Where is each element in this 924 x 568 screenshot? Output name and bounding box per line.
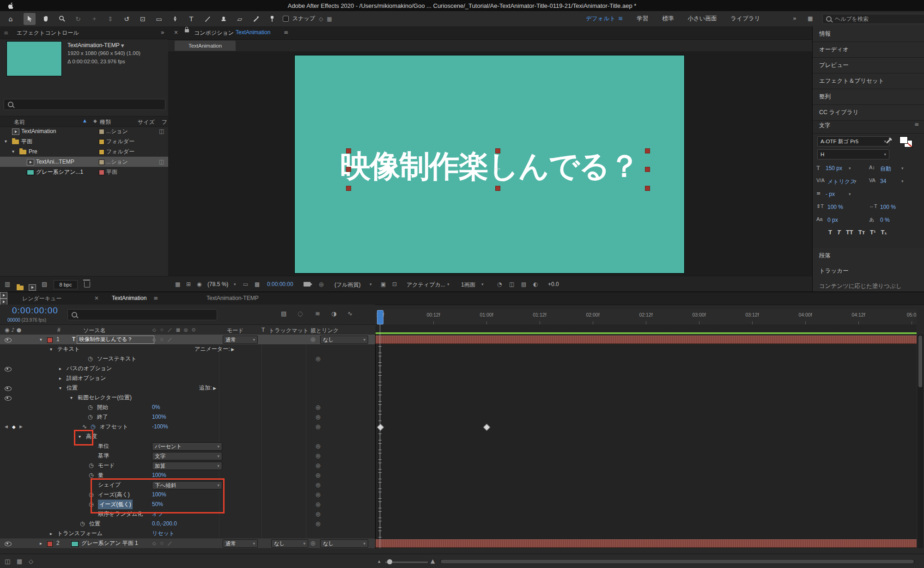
project-item-row[interactable]: ▾Preフォルダー: [0, 147, 168, 157]
interpret-footage-icon[interactable]: ▥: [5, 281, 10, 287]
timeline-track-row[interactable]: [376, 403, 917, 412]
column-number[interactable]: #: [57, 327, 61, 333]
property-pickwhip-icon[interactable]: ◎: [316, 470, 320, 480]
timeline-vertical-scrollbar[interactable]: [918, 335, 923, 548]
property-label[interactable]: トランスフォーム: [57, 529, 103, 538]
reset-link[interactable]: リセット: [152, 529, 175, 538]
tracking-caret-icon[interactable]: ▾: [901, 179, 904, 183]
timeline-track-row[interactable]: [376, 412, 917, 422]
selection-handle[interactable]: [346, 186, 351, 191]
project-item-row[interactable]: ▾平面フォルダー: [0, 136, 168, 147]
vertical-scale-value[interactable]: 100 %: [827, 204, 843, 210]
parent-pickwhip-icon[interactable]: ◎: [310, 538, 315, 548]
twirl-closed-icon[interactable]: ▸: [40, 538, 42, 548]
resolution-caret-icon[interactable]: ▾: [370, 282, 372, 287]
workspace-overflow-icon[interactable]: »: [793, 15, 796, 22]
property-label[interactable]: 基準: [98, 451, 109, 461]
visibility-eye-icon[interactable]: [5, 367, 12, 372]
visibility-eye-icon[interactable]: [5, 386, 12, 391]
timeline-track-row[interactable]: [376, 432, 917, 441]
timeline-track-row[interactable]: [376, 373, 917, 383]
track-matte-select[interactable]: なし▾: [271, 539, 308, 548]
resolution-value[interactable]: (フル画質): [334, 281, 361, 289]
project-item-row[interactable]: TextAnimation...ション◫: [0, 126, 168, 136]
layer-name-field[interactable]: 映像制作楽しんでる？: [77, 336, 154, 344]
timeline-track-row[interactable]: [376, 538, 917, 548]
layer-switches[interactable]: ◇☆／: [152, 335, 176, 344]
snap-scope-icon[interactable]: ▦: [327, 16, 332, 22]
property-pickwhip-icon[interactable]: ◎: [316, 412, 320, 422]
small-caps-button[interactable]: Tт: [858, 229, 865, 236]
magnify-fit-icon[interactable]: ▦: [175, 281, 180, 287]
region-of-interest-icon[interactable]: ▣: [381, 281, 386, 287]
orbit-camera-tool-icon[interactable]: ↻: [72, 13, 84, 25]
stopwatch-icon[interactable]: ◷: [89, 461, 93, 470]
zoom-out-icon[interactable]: ▲: [378, 560, 380, 563]
visibility-eye-icon[interactable]: [5, 338, 12, 342]
timeline-jump-icon[interactable]: ◫: [509, 281, 514, 287]
tab-timeline-composition[interactable]: TextAnimation: [112, 295, 146, 301]
keyframe-icon[interactable]: [377, 424, 384, 431]
workspace-tab[interactable]: 小さい画面: [687, 15, 717, 23]
label-color-chip[interactable]: [99, 129, 104, 134]
timeline-track-row[interactable]: [376, 354, 917, 364]
panel-tab-トラッカー[interactable]: トラッカー: [813, 263, 924, 279]
font-size-caret-icon[interactable]: ▾: [849, 166, 851, 171]
label-color-chip[interactable]: [99, 139, 104, 145]
proportional-spacing-value[interactable]: 0 %: [880, 217, 890, 223]
timeline-zoom-knob[interactable]: [387, 559, 392, 564]
shy-icon[interactable]: ◌: [298, 310, 303, 317]
panel-tab-段落[interactable]: 段落: [813, 248, 924, 264]
zoom-tool-icon[interactable]: [56, 13, 68, 25]
shape-tool-icon[interactable]: ▭: [153, 13, 165, 25]
twirl-closed-icon[interactable]: ▸: [59, 373, 61, 383]
twirl-closed-icon[interactable]: ▸: [59, 364, 61, 373]
stopwatch-icon[interactable]: ◷: [88, 354, 92, 364]
font-size-value[interactable]: 150 px: [826, 165, 842, 171]
property-label[interactable]: 単位: [98, 441, 109, 451]
twirl-open-icon[interactable]: ▾: [59, 383, 61, 393]
tsume-value[interactable]: - px: [826, 191, 835, 197]
column-parent[interactable]: 親とリンク: [310, 327, 339, 335]
timeline-track-row[interactable]: [376, 451, 917, 461]
show-snapshot-icon[interactable]: ◎: [319, 281, 323, 287]
workspace-menu-icon[interactable]: ▦: [808, 15, 813, 22]
property-row[interactable]: ▸詳細オプション: [0, 373, 375, 383]
panel-tab-情報[interactable]: 情報: [813, 26, 924, 42]
property-row[interactable]: ◷開始0%◎: [0, 403, 375, 412]
add-animator-label[interactable]: アニメーター: ▶: [195, 344, 234, 354]
property-row[interactable]: ▾テキストアニメーター: ▶: [0, 344, 375, 354]
timeline-track-row[interactable]: [376, 422, 917, 432]
project-search-input[interactable]: [4, 99, 165, 110]
timeline-track-row[interactable]: [376, 480, 917, 490]
horizontal-scale-value[interactable]: 100 %: [880, 204, 896, 210]
brush-tool-icon[interactable]: [201, 13, 213, 25]
twirl-closed-icon[interactable]: ▸: [50, 529, 52, 538]
panel-overflow-icon[interactable]: »: [160, 29, 164, 36]
workspace-tab[interactable]: 学習: [637, 15, 648, 23]
dolly-camera-tool-icon[interactable]: ⇕: [104, 13, 116, 25]
label-column-icon[interactable]: ◆: [93, 118, 97, 123]
tracking-value[interactable]: 34: [880, 178, 886, 184]
toggle-modes-icon[interactable]: ◇: [29, 558, 33, 565]
layer-name[interactable]: グレー系シアン 平面 1: [81, 538, 138, 548]
property-label[interactable]: 範囲セレクター(位置): [78, 393, 132, 403]
property-dropdown[interactable]: パーセント▾: [152, 442, 222, 451]
add-arrow-icon[interactable]: ▶: [212, 386, 216, 391]
project-settings-icon[interactable]: ▨: [42, 281, 47, 287]
column-source-name[interactable]: ソース名: [83, 327, 106, 335]
column-type[interactable]: 種類: [100, 118, 111, 126]
twirl-open-icon[interactable]: ▾: [40, 335, 42, 344]
property-row[interactable]: ▾範囲セレクター(位置): [0, 393, 375, 403]
time-ruler[interactable]: :00f00:12f01:00f01:12f02:00f02:12f03:00f…: [376, 309, 917, 325]
snap-checkbox[interactable]: [283, 16, 289, 22]
snapshot-camera-icon[interactable]: [304, 282, 310, 287]
panel-tab-エフェクト＆プリセット[interactable]: エフェクト＆プリセット: [813, 73, 924, 89]
mask-toggle-icon[interactable]: ◉: [197, 281, 201, 287]
clone-stamp-tool-icon[interactable]: [218, 13, 230, 25]
timeline-search-input[interactable]: [67, 309, 217, 320]
tab-timeline-composition-temp[interactable]: TextAnimation-TEMP: [207, 295, 259, 301]
stopwatch-icon[interactable]: ◷: [80, 519, 85, 529]
superscript-button[interactable]: T¹: [870, 229, 875, 236]
layer-row[interactable]: ▸2グレー系シアン 平面 1◇☆／通常▾なし▾◎なし▾: [0, 538, 375, 548]
